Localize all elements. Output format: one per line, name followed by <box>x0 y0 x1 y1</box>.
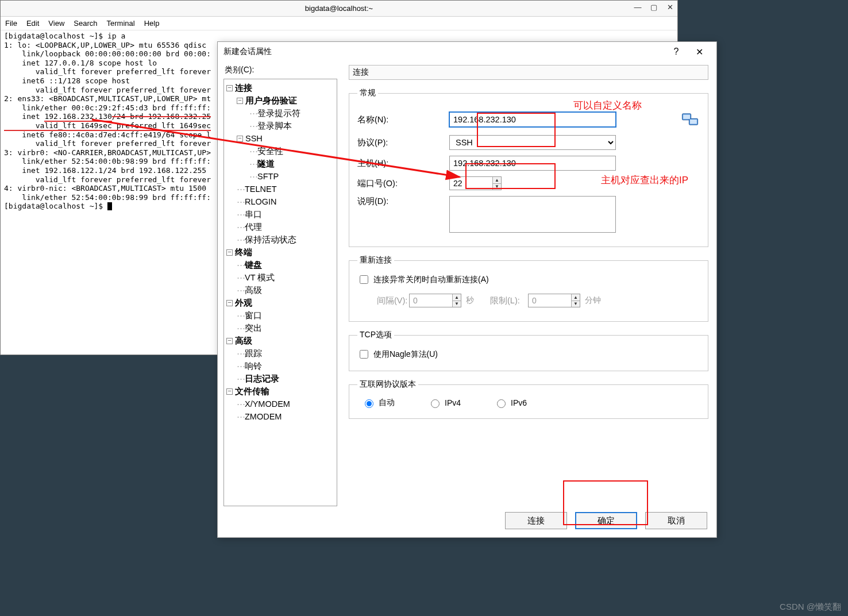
limit-input <box>529 294 571 307</box>
tree-auth[interactable]: −用户身份验证 <box>225 94 336 107</box>
terminal-line: valid_lft forever preferred_lft forever <box>4 86 211 94</box>
collapse-icon[interactable]: − <box>226 388 233 395</box>
tree-xymodem[interactable]: ⋯X/YMODEM <box>225 398 336 410</box>
tree-file[interactable]: −文件传输 <box>225 385 336 398</box>
general-legend: 常规 <box>357 88 378 98</box>
up-arrow-icon: ▲ <box>572 294 580 301</box>
tree-zmodem[interactable]: ⋯ZMODEM <box>225 410 336 423</box>
tree-window[interactable]: ⋯窗口 <box>225 309 336 322</box>
tree-adv[interactable]: ⋯高级 <box>225 284 336 297</box>
auto-reconnect-label: 连接异常关闭时自动重新连接(A) <box>373 275 489 285</box>
auto-reconnect-checkbox[interactable] <box>360 275 368 284</box>
desc-textarea[interactable] <box>449 196 616 233</box>
menu-file[interactable]: File <box>5 19 17 28</box>
tree-connection[interactable]: −连接 <box>225 82 336 94</box>
tree-highlight[interactable]: ⋯突出 <box>225 322 336 334</box>
port-input[interactable] <box>450 177 492 190</box>
nagle-checkbox[interactable] <box>360 350 368 359</box>
terminal-menubar: File Edit View Search Terminal Help <box>1 17 677 30</box>
ipv6-radio[interactable] <box>497 399 506 408</box>
menu-edit[interactable]: Edit <box>26 19 39 28</box>
tree-terminal[interactable]: −终端 <box>225 246 336 259</box>
collapse-icon[interactable]: − <box>226 338 233 344</box>
cursor-icon <box>107 202 112 210</box>
down-arrow-icon[interactable]: ▼ <box>493 184 501 190</box>
menu-view[interactable]: View <box>48 19 64 28</box>
highlighted-ip: 192.168.232.130 <box>44 112 111 122</box>
collapse-icon[interactable]: − <box>237 98 243 104</box>
up-arrow-icon: ▲ <box>453 294 461 301</box>
terminal-line: inet <box>4 112 44 121</box>
tree-appearance[interactable]: −外观 <box>225 297 336 309</box>
host-label: 主机(H): <box>357 158 449 169</box>
limit-label: 限制(L): <box>490 295 528 306</box>
ipversion-group: 互联网协议版本 自动 IPv4 IPv6 <box>349 379 708 419</box>
tcp-legend: TCP选项 <box>357 330 394 340</box>
tree-sftp[interactable]: ⋯SFTP <box>225 170 336 183</box>
up-arrow-icon[interactable]: ▲ <box>493 177 501 184</box>
host-input[interactable] <box>449 156 616 171</box>
protocol-select[interactable]: SSH <box>449 135 616 150</box>
terminal-line: /24 brd 192.168.232.25 <box>112 112 211 121</box>
help-icon[interactable]: ? <box>665 43 688 60</box>
collapse-icon[interactable]: − <box>237 136 243 142</box>
limit-spinner: ▲▼ <box>528 294 580 307</box>
port-label: 端口号(O): <box>357 178 449 189</box>
tree-keyboard[interactable]: ⋯键盘 <box>225 259 336 271</box>
tree-proxy[interactable]: ⋯代理 <box>225 221 336 233</box>
tree-tunnel[interactable]: ⋯隧道 <box>225 157 336 170</box>
tree-vt[interactable]: ⋯VT 模式 <box>225 271 336 284</box>
reconnect-group: 重新连接 连接异常关闭时自动重新连接(A) 间隔(V): ▲▼ 秒 限制(L): <box>349 255 708 322</box>
ipv4-radio[interactable] <box>431 399 440 408</box>
nagle-label: 使用Nagle算法(U) <box>373 349 438 360</box>
tree-advanced[interactable]: −高级 <box>225 334 336 347</box>
terminal-line: inet 192.168.122.1/24 brd 192.168.122.25… <box>4 166 211 175</box>
tree-ssh[interactable]: −SSH <box>225 132 336 145</box>
name-input[interactable] <box>449 112 616 127</box>
close-icon[interactable]: ✕ <box>688 43 711 60</box>
tree-logging[interactable]: ⋯日志记录 <box>225 372 336 385</box>
dialog-titlebar[interactable]: 新建会话属性 ? ✕ <box>218 42 716 61</box>
dialog-buttons: 连接 确定 取消 <box>218 506 716 537</box>
connect-button[interactable]: 连接 <box>505 512 567 529</box>
ip-auto-radio[interactable] <box>365 399 373 408</box>
ipv4-label: IPv4 <box>445 398 461 407</box>
tcp-group: TCP选项 使用Nagle算法(U) <box>349 330 708 371</box>
computers-icon <box>680 110 700 129</box>
collapse-icon[interactable]: − <box>226 249 233 256</box>
minimize-icon[interactable]: — <box>634 3 642 11</box>
down-arrow-icon: ▼ <box>572 301 580 307</box>
menu-terminal[interactable]: Terminal <box>107 19 135 28</box>
terminal-line: inet6 fe80::4c0a:d7ed:4cff:e419/64 scope… <box>4 130 211 139</box>
collapse-icon[interactable]: − <box>226 85 233 91</box>
port-spinner[interactable]: ▲▼ <box>449 176 502 190</box>
tree-serial[interactable]: ⋯串口 <box>225 208 336 221</box>
terminal-prompt: [bigdata@localhost ~]$ <box>4 202 107 210</box>
interval-unit: 秒 <box>466 295 474 306</box>
ip-auto-label: 自动 <box>379 398 395 408</box>
tree-bell[interactable]: ⋯响铃 <box>225 360 336 372</box>
terminal-line: [bigdata@localhost ~]$ ip a <box>4 32 125 40</box>
ip-legend: 互联网协议版本 <box>357 379 418 390</box>
menu-search[interactable]: Search <box>74 19 97 28</box>
menu-help[interactable]: Help <box>144 19 160 28</box>
ok-button[interactable]: 确定 <box>575 512 637 529</box>
tree-keepalive[interactable]: ⋯保持活动状态 <box>225 233 336 246</box>
tree-login-script[interactable]: ⋯登录脚本 <box>225 120 336 132</box>
dialog-title: 新建会话属性 <box>223 47 272 57</box>
limit-unit: 分钟 <box>585 295 601 306</box>
collapse-icon[interactable]: − <box>226 300 233 306</box>
tree-security[interactable]: ⋯安全性 <box>225 145 336 157</box>
terminal-line: link/ether 52:54:00:0b:98:99 brd ff:ff:f… <box>4 193 211 202</box>
cancel-button[interactable]: 取消 <box>645 512 707 529</box>
category-tree[interactable]: −连接 −用户身份验证 ⋯登录提示符 ⋯登录脚本 −SSH ⋯安全性 ⋯隧道 ⋯… <box>223 79 337 506</box>
tree-login-prompt[interactable]: ⋯登录提示符 <box>225 107 336 120</box>
tree-telnet[interactable]: ⋯TELNET <box>225 183 336 195</box>
terminal-titlebar[interactable]: bigdata@localhost:~ — ▢ ✕ <box>1 1 677 17</box>
tree-trace[interactable]: ⋯跟踪 <box>225 347 336 360</box>
terminal-line: 4: virbr0-nic: <BROADCAST,MULTICAST> mtu… <box>4 184 211 192</box>
watermark: CSDN @懒笑翻 <box>780 602 841 613</box>
tree-rlogin[interactable]: ⋯RLOGIN <box>225 195 336 208</box>
maximize-icon[interactable]: ▢ <box>650 3 658 11</box>
close-icon[interactable]: ✕ <box>666 3 674 11</box>
